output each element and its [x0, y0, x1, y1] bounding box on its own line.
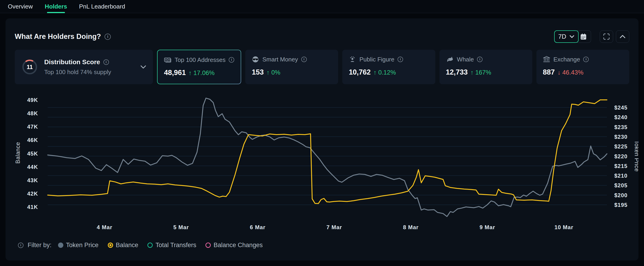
info-icon[interactable]: i	[477, 57, 482, 62]
chart-filter-row: i Filter by: Token Price Balance Total T…	[15, 242, 629, 249]
banknote-icon	[164, 56, 171, 63]
filter-by-label: Filter by:	[28, 242, 52, 249]
svg-text:41K: 41K	[27, 204, 38, 210]
whale-icon	[446, 56, 454, 63]
info-icon[interactable]: i	[104, 34, 111, 40]
total-transfers-marker-icon	[148, 243, 153, 248]
fullscreen-icon	[603, 33, 610, 40]
stat-card-title: Whale	[457, 56, 474, 63]
legend-total-transfers[interactable]: Total Transfers	[148, 242, 196, 249]
svg-text:$240: $240	[614, 114, 628, 120]
svg-text:48K: 48K	[27, 110, 38, 116]
legend-label: Token Price	[66, 242, 98, 249]
info-icon[interactable]: i	[301, 57, 307, 62]
legend-label: Balance	[116, 242, 138, 249]
stat-card-title: Smart Money	[262, 56, 298, 63]
svg-text:49K: 49K	[27, 97, 38, 103]
legend-token-price[interactable]: Token Price	[58, 242, 98, 249]
svg-text:$215: $215	[614, 163, 628, 169]
stat-card-exchange[interactable]: Exchange i 887 ↓ 46.43%	[536, 50, 629, 84]
bank-icon	[543, 56, 550, 63]
svg-text:Balance: Balance	[15, 142, 21, 164]
svg-text:10 Mar: 10 Mar	[554, 224, 573, 230]
svg-text:$230: $230	[614, 134, 628, 140]
range-dropdown[interactable]: 7D	[554, 30, 578, 43]
balance-price-line-chart[interactable]: $245$240$235$230$225$220$215$210$205$200…	[15, 91, 638, 238]
info-icon[interactable]: i	[18, 243, 24, 248]
stat-card-value: 10,762	[349, 68, 370, 76]
distribution-score-subtitle: Top 100 hold 74% supply	[44, 69, 111, 76]
svg-text:42K: 42K	[27, 191, 38, 197]
person-sparkle-icon	[349, 56, 356, 63]
legend-balance-changes[interactable]: Balance Changes	[206, 242, 262, 249]
chevron-down-icon[interactable]	[140, 65, 146, 69]
stat-card-change: ↑ 0.12%	[373, 69, 396, 76]
tab-overview[interactable]: Overview	[8, 0, 33, 13]
svg-text:47K: 47K	[27, 124, 38, 130]
svg-text:5 Mar: 5 Mar	[173, 224, 189, 230]
svg-text:$220: $220	[614, 153, 628, 159]
distribution-score-value: 11	[21, 58, 38, 75]
calendar-button[interactable]	[576, 30, 591, 43]
svg-text:Token Price: Token Price	[634, 140, 638, 172]
svg-text:4 Mar: 4 Mar	[97, 224, 112, 230]
chevron-up-icon	[620, 35, 626, 38]
distribution-score-card[interactable]: 11 Distribution Score i Top 100 hold 74%…	[15, 50, 153, 84]
legend-label: Balance Changes	[214, 242, 262, 249]
stat-card-change: ↑ 0%	[266, 69, 280, 76]
holders-chart[interactable]: $245$240$235$230$225$220$215$210$205$200…	[10, 91, 634, 238]
info-icon[interactable]: i	[583, 57, 589, 62]
panel-header: What Are Holders Doing? i 7D	[10, 30, 634, 43]
sunglasses-face-icon	[252, 56, 259, 63]
stat-card-title: Top 100 Addresses	[174, 56, 226, 63]
range-value: 7D	[558, 33, 566, 40]
collapse-button[interactable]	[616, 30, 629, 43]
svg-text:$225: $225	[614, 143, 628, 150]
distribution-gauge: 11	[21, 58, 38, 75]
svg-text:44K: 44K	[27, 164, 38, 170]
info-icon[interactable]: i	[229, 57, 234, 63]
stat-cards-row: 11 Distribution Score i Top 100 hold 74%…	[15, 50, 629, 84]
svg-text:7 Mar: 7 Mar	[326, 224, 342, 230]
stat-card-value: 153	[252, 68, 264, 76]
stat-card-value: 12,733	[446, 68, 468, 76]
stat-card-public-figure[interactable]: Public Figure i 10,762 ↑ 0.12%	[342, 50, 435, 84]
balance-marker-icon	[108, 243, 113, 248]
legend-balance[interactable]: Balance	[108, 242, 138, 249]
panel-controls: 7D	[554, 30, 629, 43]
stat-card-value: 887	[543, 68, 555, 76]
selected-card-border: Top 100 Addresses i 48,961 ↑ 17.06%	[157, 50, 241, 84]
stat-card-whale[interactable]: Whale i 12,733 ↑ 167%	[440, 50, 532, 84]
top-nav: Overview Holders PnL Leaderboard	[0, 0, 644, 13]
chevron-down-icon	[569, 35, 574, 38]
token-price-marker-icon	[58, 243, 63, 248]
page-title: What Are Holders Doing?	[15, 32, 101, 41]
svg-text:43K: 43K	[27, 177, 38, 183]
stat-card-top-100-addresses[interactable]: Top 100 Addresses i 48,961 ↑ 17.06%	[158, 50, 241, 84]
svg-text:$195: $195	[614, 202, 628, 208]
stat-card-title: Public Figure	[359, 56, 394, 63]
holders-activity-panel: What Are Holders Doing? i 7D	[6, 18, 638, 261]
fullscreen-button[interactable]	[600, 30, 613, 43]
distribution-score-title: Distribution Score	[44, 58, 100, 66]
legend-label: Total Transfers	[156, 242, 196, 249]
stat-card-change: ↓ 46.43%	[558, 69, 584, 76]
tab-pnl-leaderboard[interactable]: PnL Leaderboard	[79, 0, 125, 13]
svg-text:$200: $200	[614, 192, 628, 198]
stat-card-value: 48,961	[164, 69, 186, 77]
stat-card-change: ↑ 167%	[470, 69, 491, 76]
calendar-icon	[580, 33, 587, 40]
stat-card-title: Exchange	[554, 56, 580, 63]
stat-card-change: ↑ 17.06%	[189, 69, 215, 77]
svg-text:$245: $245	[614, 104, 628, 111]
svg-text:46K: 46K	[27, 137, 38, 143]
svg-text:6 Mar: 6 Mar	[250, 224, 266, 230]
balance-changes-marker-icon	[206, 243, 211, 248]
svg-text:$210: $210	[614, 173, 628, 179]
svg-text:9 Mar: 9 Mar	[480, 224, 495, 230]
stat-card-smart-money[interactable]: Smart Money i 153 ↑ 0%	[245, 50, 338, 84]
tab-holders[interactable]: Holders	[45, 0, 67, 13]
svg-text:8 Mar: 8 Mar	[403, 224, 419, 230]
info-icon[interactable]: i	[104, 59, 109, 65]
info-icon[interactable]: i	[398, 57, 403, 62]
